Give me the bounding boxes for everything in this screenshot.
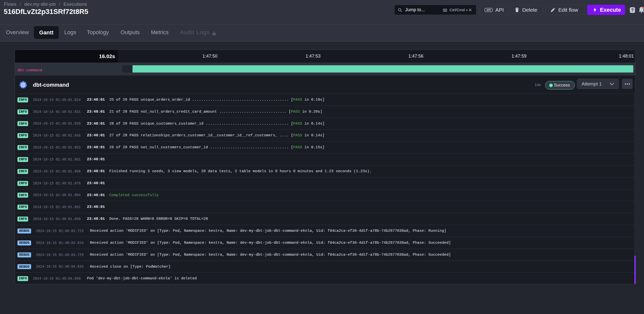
svg-text:API: API: [486, 9, 491, 12]
